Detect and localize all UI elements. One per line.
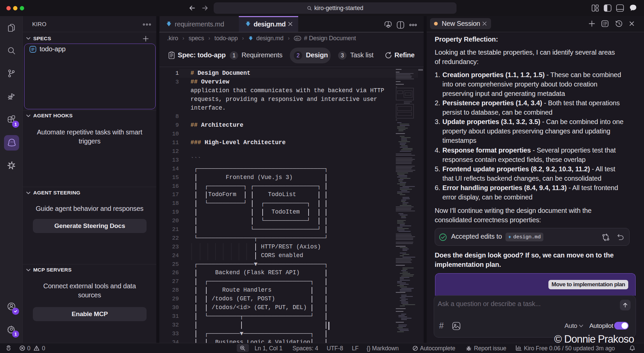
svg-text:abc: abc <box>295 37 300 40</box>
